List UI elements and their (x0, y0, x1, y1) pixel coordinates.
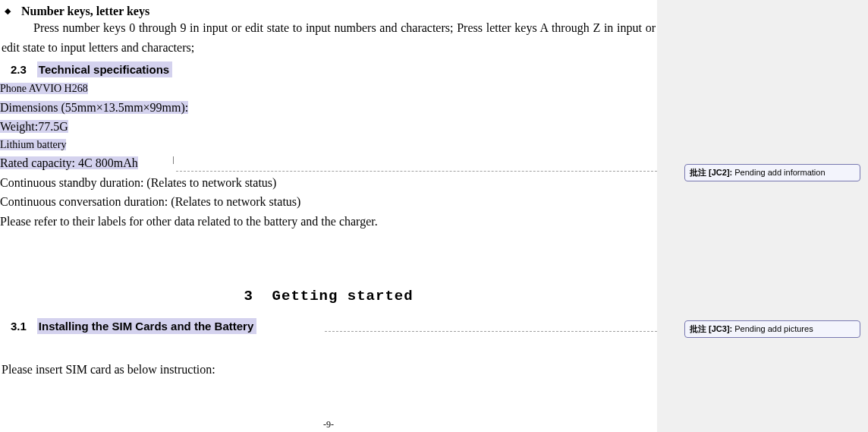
spec-standby: Continuous standby duration: (Relates to… (0, 173, 657, 193)
connector-mark-1 (173, 156, 174, 164)
section-23-number: 2.3 (11, 63, 27, 76)
section-23-title: Technical specifications (37, 61, 172, 77)
spec-refer: Please refer to their labels for other d… (0, 212, 657, 232)
spec-dimensions: Dimensions (55mm×13.5mm×99mm): (0, 98, 657, 118)
comment-connector-1 (176, 171, 657, 172)
comment-connector-2 (325, 331, 657, 332)
spec-capacity: Rated capacity: 4C 800mAh (0, 153, 657, 173)
paragraph-sim: Please insert SIM card as below instruct… (0, 360, 657, 380)
bullet-heading: ◆ Number keys, letter keys (0, 5, 657, 18)
diamond-bullet-icon: ◆ (5, 6, 11, 16)
comment-jc3-text: Pending add pictures (734, 324, 813, 333)
bullet-title: Number keys, letter keys (21, 5, 149, 18)
chapter-3-title: 3 Getting started (0, 288, 657, 304)
spec-weight: Weight:77.5G (0, 117, 657, 137)
comment-jc2-text: Pending add information (734, 168, 825, 177)
section-23-header: 2.3 Technical specifications (0, 61, 657, 77)
main-document: ◆ Number keys, letter keys Press number … (0, 0, 657, 432)
page-number: -9- (0, 419, 657, 430)
comment-jc2[interactable]: 批注 [JC2]: Pending add information (684, 164, 860, 181)
comment-jc3[interactable]: 批注 [JC3]: Pending add pictures (684, 320, 860, 338)
paragraph-keys: Press number keys 0 through 9 in input o… (0, 18, 657, 57)
section-31-title: Installing the SIM Cards and the Battery (37, 318, 256, 334)
spec-phone: Phone AVVIO H268 (0, 80, 657, 97)
spec-battery: Lithium battery (0, 137, 657, 153)
spec-conversation: Continuous conversation duration: (Relat… (0, 192, 657, 212)
comments-sidebar: 批注 [JC2]: Pending add information 批注 [JC… (657, 0, 868, 432)
section-31-number: 3.1 (11, 320, 27, 333)
